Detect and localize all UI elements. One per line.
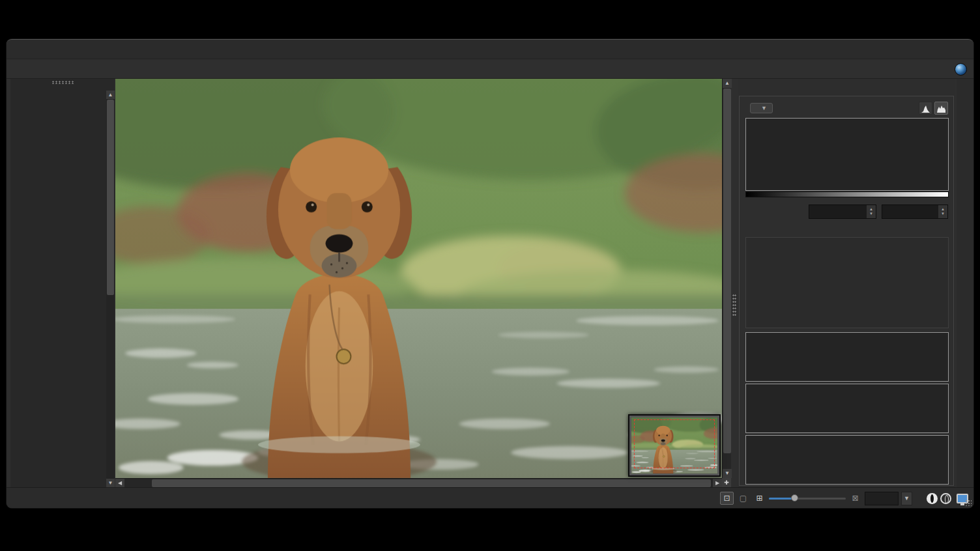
window-resize-grip[interactable] <box>965 500 972 506</box>
spinbox-arrows-icon[interactable]: ▲▼ <box>867 205 876 218</box>
brand-area <box>950 60 967 79</box>
sidebar-drag-handle[interactable] <box>51 81 74 84</box>
chevron-down-icon: ▼ <box>761 105 767 111</box>
scroll-left-icon[interactable]: ◀ <box>115 479 124 488</box>
zoom-select-icon: ⊠ <box>848 492 862 505</box>
thumbnail-list <box>12 91 104 487</box>
linear-histogram-icon <box>921 105 930 113</box>
blue-channel-histogram <box>745 435 949 485</box>
scroll-up-icon[interactable]: ▲ <box>723 79 732 88</box>
panel-splitter-handle[interactable] <box>732 294 736 317</box>
histogram-frame: ▼ <box>739 96 954 486</box>
red-channel-histogram <box>745 332 949 382</box>
range-max-spinbox[interactable]: ▲▼ <box>882 205 948 219</box>
zoom-100-button[interactable]: ⊞ <box>753 492 766 505</box>
right-side-panel: ▼ <box>738 79 955 487</box>
scroll-right-icon[interactable]: ▶ <box>713 479 722 488</box>
canvas-hscrollbar[interactable]: ◀ ▶ <box>115 478 722 487</box>
over-exposure-indicator-button[interactable] <box>940 493 951 504</box>
range-min-spinbox[interactable]: ▲▼ <box>809 205 876 219</box>
zoom-fit-selection-button[interactable]: ▢ <box>736 492 750 505</box>
slider-knob[interactable] <box>791 494 798 502</box>
statusbar-dimensions <box>508 488 652 508</box>
navigation-preview[interactable] <box>628 414 721 477</box>
histogram-gradient-strip <box>745 191 949 197</box>
thumbnail-scrollbar[interactable]: ▲ ▼ <box>106 91 115 487</box>
scroll-down-icon[interactable]: ▼ <box>723 469 732 478</box>
screen-background: ▲ ▼ ▲ ▼ ◀ ▶ ✚ <box>0 0 980 551</box>
green-channel-histogram <box>745 384 949 433</box>
under-exposure-indicator-button[interactable] <box>927 493 938 504</box>
right-tabstrip <box>957 79 973 487</box>
spinbox-arrows-icon[interactable]: ▲▼ <box>938 205 947 218</box>
luminosity-histogram[interactable] <box>745 118 949 191</box>
visible-region-rect[interactable] <box>634 419 715 468</box>
scrollbar-thumb[interactable] <box>107 100 114 295</box>
linear-scale-button[interactable] <box>919 102 932 115</box>
statusbar: ⊡ ▢ ⊞ ⊠ ▼ <box>7 487 973 508</box>
statistics-box <box>745 237 949 328</box>
zoom-dropdown-button[interactable]: ▼ <box>901 492 912 505</box>
pan-tool-button[interactable]: ✚ <box>722 478 731 487</box>
log-histogram-icon <box>937 105 945 113</box>
channel-select[interactable]: ▼ <box>750 103 773 113</box>
canvas-vscrollbar[interactable]: ▲ ▼ <box>722 79 731 478</box>
scrollbar-thumb[interactable] <box>152 479 711 487</box>
logarithmic-scale-button[interactable] <box>934 102 948 115</box>
zoom-value-box[interactable] <box>865 492 899 505</box>
statusbar-zoom-controls: ⊡ ▢ ⊞ ⊠ ▼ <box>720 488 968 508</box>
zoom-slider[interactable] <box>769 492 846 505</box>
zoom-fit-window-button[interactable]: ⊡ <box>720 492 734 505</box>
digikam-lens-icon <box>955 63 967 76</box>
scroll-up-icon[interactable]: ▲ <box>106 91 115 99</box>
menubar <box>7 40 973 59</box>
editor-canvas: ▲ ▼ ◀ ▶ ✚ <box>115 79 731 487</box>
statusbar-selection <box>287 488 417 508</box>
digikam-editor-window: ▲ ▼ ▲ ▼ ◀ ▶ ✚ <box>7 39 973 508</box>
main-toolbar <box>7 60 973 79</box>
scrollbar-thumb[interactable] <box>723 89 731 453</box>
scroll-down-icon[interactable]: ▼ <box>106 479 115 487</box>
thumbnail-sidebar: ▲ ▼ <box>10 79 115 487</box>
